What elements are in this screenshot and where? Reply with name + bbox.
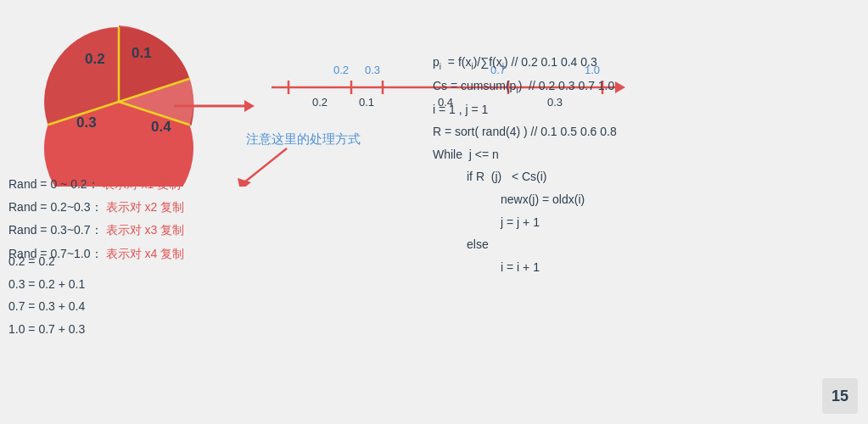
code-line-8: j = j + 1 xyxy=(433,211,617,234)
arrow-back-area xyxy=(227,144,295,190)
cumsum-line-4: 1.0 = 0.7 + 0.3 xyxy=(8,318,85,341)
code-block: pi = f(xi)/∑f(xi) // 0.2 0.1 0.4 0.3 Cs … xyxy=(433,51,617,278)
numline-bot-label-02: 0.2 xyxy=(312,96,328,109)
pie-label-01: 0.1 xyxy=(132,45,152,61)
rand-range-3: Rand = 0.3~0.7： xyxy=(8,220,103,241)
cumsum-line-3: 0.7 = 0.3 + 0.4 xyxy=(8,295,85,318)
rand-desc-4: 表示对 x4 复制 xyxy=(106,243,185,265)
code-line-5: While j <= n xyxy=(433,143,617,166)
left-panel: 0.1 0.2 0.3 0.4 xyxy=(0,0,416,424)
rand-desc-3: 表示对 x3 复制 xyxy=(106,220,185,241)
page-number-badge: 15 xyxy=(822,378,858,414)
code-line-9: else xyxy=(433,233,617,256)
rand-range-2: Rand = 0.2~0.3： xyxy=(8,197,103,218)
cumsum-block: 0.2 = 0.2 0.3 = 0.2 + 0.1 0.7 = 0.3 + 0.… xyxy=(8,250,85,340)
code-line-3: i = 1 , j = 1 xyxy=(433,98,617,121)
arrow-right-svg xyxy=(170,93,255,119)
numline-top-label-02: 0.2 xyxy=(333,64,349,76)
pie-label-04: 0.4 xyxy=(151,119,171,135)
right-panel: pi = f(xi)/∑f(xi) // 0.2 0.1 0.4 0.3 Cs … xyxy=(416,0,868,424)
numline-bot-label-01: 0.1 xyxy=(359,96,374,109)
code-line-6: if R (j) < Cs(i) xyxy=(433,165,617,188)
svg-line-9 xyxy=(244,148,287,182)
cumsum-line-1: 0.2 = 0.2 xyxy=(8,250,85,273)
rand-row-3: Rand = 0.3~0.7： 表示对 x3 复制 xyxy=(8,220,184,241)
svg-marker-1 xyxy=(244,100,255,112)
rand-desc-1: 表示对 x1 复制 xyxy=(103,174,182,195)
code-line-4: R = sort( rand(4) ) // 0.1 0.5 0.6 0.8 xyxy=(433,120,617,143)
main-container: 0.1 0.2 0.3 0.4 xyxy=(0,0,868,424)
code-line-1: pi = f(xi)/∑f(xi) // 0.2 0.1 0.4 0.3 xyxy=(433,51,617,75)
arrow-back-svg xyxy=(227,144,295,187)
pie-label-03: 0.3 xyxy=(76,114,97,131)
cumsum-line-2: 0.3 = 0.2 + 0.1 xyxy=(8,273,85,296)
rand-desc-2: 表示对 x2 复制 xyxy=(106,197,185,218)
rand-row-1: Rand = 0 ~ 0.2： 表示对 x1 复制 xyxy=(8,174,184,195)
page-number: 15 xyxy=(832,388,848,405)
pie-label-02: 0.2 xyxy=(85,51,105,67)
numline-top-label-03: 0.3 xyxy=(365,64,380,76)
rand-row-2: Rand = 0.2~0.3： 表示对 x2 复制 xyxy=(8,197,184,218)
rand-range-1: Rand = 0 ~ 0.2： xyxy=(8,174,99,195)
code-line-7: newx(j) = oldx(i) xyxy=(433,188,617,211)
code-line-10: i = i + 1 xyxy=(433,256,617,279)
code-line-2: Cs = cumsum(pi) // 0.2 0.3 0.7 1.0 xyxy=(433,75,617,98)
